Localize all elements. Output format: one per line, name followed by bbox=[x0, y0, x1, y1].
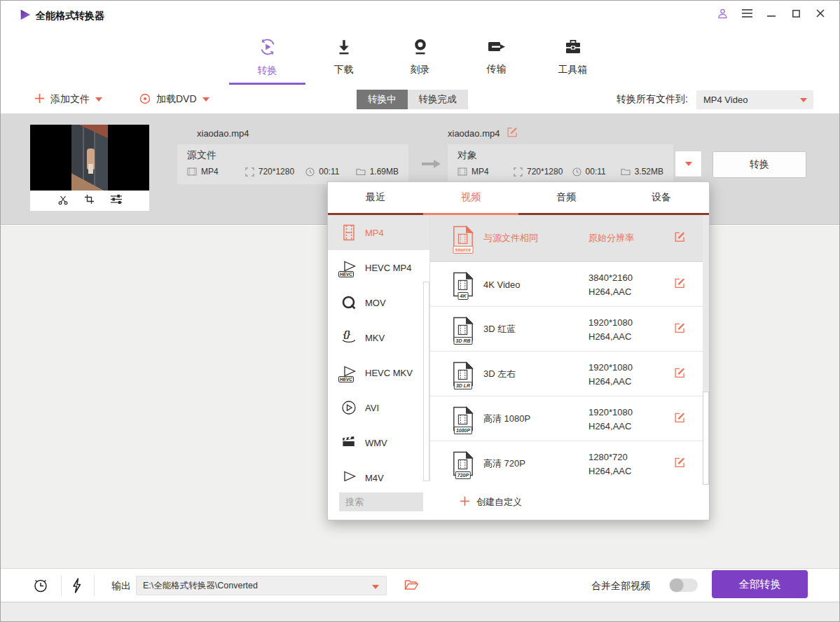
merge-videos-toggle[interactable] bbox=[670, 579, 698, 592]
queue-tabs: 转换中 转换完成 bbox=[357, 90, 468, 109]
edit-preset-icon[interactable] bbox=[674, 456, 686, 471]
format-item-wmv[interactable]: WMV bbox=[328, 425, 429, 460]
output-label: 输出 bbox=[111, 580, 131, 593]
effects-icon[interactable] bbox=[110, 194, 123, 207]
edit-preset-icon[interactable] bbox=[674, 366, 686, 381]
schedule-icon[interactable] bbox=[32, 577, 49, 597]
burn-disc-icon bbox=[411, 38, 429, 59]
tab-audio[interactable]: 音频 bbox=[518, 182, 614, 213]
rename-icon[interactable] bbox=[507, 126, 518, 141]
edit-preset-icon[interactable] bbox=[674, 231, 686, 246]
tab-device[interactable]: 设备 bbox=[614, 182, 709, 213]
quicktime-icon bbox=[340, 294, 357, 311]
convert-icon bbox=[258, 37, 277, 60]
source-title: 源文件 bbox=[187, 149, 399, 162]
nav-convert[interactable]: 转换 bbox=[229, 29, 305, 85]
high-speed-icon[interactable] bbox=[71, 578, 82, 596]
edit-preset-icon[interactable] bbox=[674, 277, 686, 291]
format-item-mp4[interactable]: MP4 bbox=[328, 215, 429, 250]
edit-preset-icon[interactable] bbox=[674, 322, 686, 336]
toolbox-icon bbox=[563, 38, 583, 59]
crop-icon[interactable] bbox=[84, 194, 95, 207]
target-title: 对象 bbox=[457, 149, 663, 162]
nav-toolbox-label: 工具箱 bbox=[558, 64, 588, 76]
maximize-button[interactable] bbox=[790, 7, 802, 20]
preset-hd-720p[interactable]: 720P 高清 720P 1280*720H264,AAC bbox=[430, 441, 704, 486]
preset-4k-video[interactable]: 4K 4K Video 3840*2160H264,AAC bbox=[430, 262, 704, 307]
nav-download-label: 下载 bbox=[334, 64, 354, 76]
main-nav: 转换 下载 刻录 传输 工具箱 bbox=[1, 29, 839, 85]
download-icon bbox=[335, 38, 353, 59]
trim-icon[interactable] bbox=[57, 194, 69, 208]
preset-list-scrollbar-thumb[interactable] bbox=[703, 392, 709, 485]
tab-video[interactable]: 视频 bbox=[423, 182, 518, 213]
format-item-m4v[interactable]: M4V bbox=[328, 460, 429, 481]
play-circle-icon bbox=[340, 399, 357, 416]
convert-file-button[interactable]: 转换 bbox=[712, 151, 806, 178]
thumbnail-image bbox=[30, 125, 149, 191]
caret-down-icon bbox=[202, 97, 209, 102]
duration-icon bbox=[572, 167, 581, 177]
format-item-hevc-mp4[interactable]: HEVC HEVC MP4 bbox=[328, 250, 429, 285]
video-doc-icon: 1080P bbox=[452, 406, 474, 432]
source-doc-icon: source bbox=[452, 225, 474, 251]
caret-down-icon bbox=[685, 162, 692, 166]
format-item-mov[interactable]: MOV bbox=[328, 285, 429, 320]
close-button[interactable] bbox=[814, 7, 827, 20]
preset-list-scrollbar[interactable] bbox=[703, 215, 709, 392]
caret-down-icon bbox=[95, 97, 102, 102]
hevc-play-icon: HEVC bbox=[340, 364, 357, 381]
load-dvd-button[interactable]: 加载DVD bbox=[139, 85, 209, 114]
target-format-dropdown-button[interactable] bbox=[675, 151, 702, 177]
preset-hd-1080p[interactable]: 1080P 高清 1080P 1920*1080H264,AAC bbox=[430, 396, 704, 441]
merge-videos-label: 合并全部视频 bbox=[591, 580, 650, 593]
account-icon[interactable] bbox=[716, 7, 729, 20]
hevc-play-icon: HEVC bbox=[340, 259, 357, 276]
load-dvd-label: 加载DVD bbox=[156, 93, 197, 106]
resolution-icon bbox=[514, 167, 523, 177]
source-info-box: 源文件 MP4 720*1280 00:11 1.69MB bbox=[177, 144, 408, 184]
film-icon bbox=[187, 167, 197, 176]
format-item-hevc-mkv[interactable]: HEVC HEVC MKV bbox=[328, 355, 429, 390]
transfer-icon bbox=[487, 39, 507, 58]
play-outline-icon bbox=[340, 469, 357, 481]
preset-same-as-source[interactable]: source 与源文件相同 原始分辨率 bbox=[430, 215, 704, 262]
toolbar: 添加文件 加载DVD 转换中 转换完成 转换所有文件到: MP4 Video bbox=[1, 85, 839, 114]
nav-burn[interactable]: 刻录 bbox=[382, 29, 458, 85]
edit-preset-icon[interactable] bbox=[674, 411, 686, 426]
film-icon bbox=[457, 167, 467, 176]
search-input[interactable] bbox=[339, 492, 423, 511]
open-folder-icon[interactable] bbox=[404, 579, 419, 594]
convert-all-button[interactable]: 全部转换 bbox=[712, 570, 808, 598]
video-doc-icon: 3D RB bbox=[452, 316, 474, 343]
convert-arrow-icon bbox=[421, 158, 442, 172]
add-file-label: 添加文件 bbox=[50, 93, 90, 106]
size-icon bbox=[621, 167, 631, 176]
add-file-button[interactable]: 添加文件 bbox=[34, 85, 102, 114]
format-item-mkv[interactable]: {} MKV bbox=[328, 320, 429, 355]
nav-transfer[interactable]: 传输 bbox=[458, 29, 535, 85]
preset-3d-red-blue[interactable]: 3D RB 3D 红蓝 1920*1080H264,AAC bbox=[430, 307, 704, 352]
menu-icon[interactable] bbox=[741, 7, 753, 20]
window-bottom-strip bbox=[1, 602, 839, 622]
tab-converting[interactable]: 转换中 bbox=[357, 90, 408, 109]
nav-download[interactable]: 下载 bbox=[305, 29, 382, 85]
format-list-scrollbar[interactable] bbox=[423, 282, 429, 481]
output-format-dropdown[interactable]: MP4 Video bbox=[696, 90, 813, 109]
app-window: 全能格式转换器 bbox=[0, 0, 840, 622]
output-path-dropdown[interactable]: E:\全能格式转换器\Converted bbox=[136, 576, 387, 595]
app-title: 全能格式转换器 bbox=[36, 10, 104, 22]
preset-3d-left-right[interactable]: 3D LR 3D 左右 1920*1080H264,AAC bbox=[430, 352, 704, 396]
nav-toolbox[interactable]: 工具箱 bbox=[535, 29, 611, 85]
nav-convert-label: 转换 bbox=[258, 64, 277, 77]
format-select-popup: 最近 视频 音频 设备 MP4 HEVC HEVC MP4 bbox=[327, 181, 710, 520]
matroska-icon: {} bbox=[340, 329, 357, 346]
target-info-box: 对象 MP4 720*1280 00:11 3.52MB bbox=[448, 144, 673, 184]
minimize-button[interactable] bbox=[765, 7, 778, 20]
tab-converted[interactable]: 转换完成 bbox=[408, 90, 468, 109]
format-item-avi[interactable]: AVI bbox=[328, 390, 429, 425]
tab-recent[interactable]: 最近 bbox=[328, 182, 423, 213]
caret-down-icon bbox=[372, 585, 379, 589]
titlebar: 全能格式转换器 bbox=[1, 1, 839, 29]
create-custom-button[interactable]: 创建自定义 bbox=[460, 492, 522, 511]
